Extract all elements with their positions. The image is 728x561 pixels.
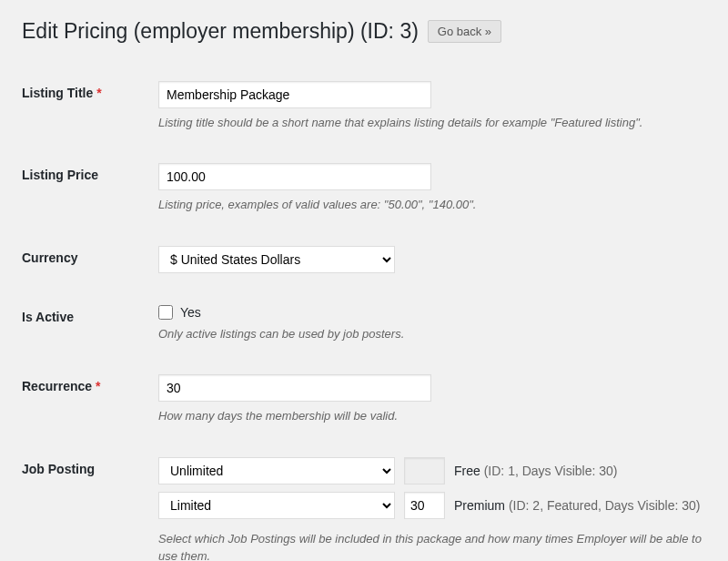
- page-title: Edit Pricing (employer membership) (ID: …: [22, 18, 419, 46]
- job-meta-text: (ID: 2, Featured, Days Visible: 30): [509, 498, 701, 513]
- label-text: Listing Title: [22, 86, 93, 100]
- checkbox-text: Yes: [180, 305, 201, 320]
- job-meta-text: (ID: 1, Days Visible: 30): [484, 464, 618, 478]
- is-active-label: Is Active: [22, 291, 158, 362]
- job-posting-select[interactable]: Limited: [158, 492, 395, 519]
- job-posting-row: Unlimited Free (ID: 1, Days Visible: 30): [158, 457, 706, 484]
- job-posting-name: Premium (ID: 2, Featured, Days Visible: …: [454, 498, 701, 513]
- listing-title-input[interactable]: [158, 81, 431, 108]
- job-posting-select[interactable]: Unlimited: [158, 457, 395, 484]
- listing-title-description: Listing title should be a short name tha…: [158, 114, 706, 132]
- currency-label: Currency: [22, 232, 158, 291]
- required-asterisk: *: [96, 379, 100, 393]
- listing-price-description: Listing price, examples of valid values …: [158, 196, 706, 214]
- is-active-checkbox[interactable]: [158, 305, 173, 320]
- is-active-description: Only active listings can be used by job …: [158, 325, 706, 343]
- job-posting-name: Free (ID: 1, Days Visible: 30): [454, 464, 617, 478]
- job-posting-description: Select which Job Postings will be includ…: [158, 530, 706, 561]
- job-name-text: Free: [454, 464, 480, 478]
- recurrence-input[interactable]: [158, 374, 431, 402]
- job-posting-count-input: [404, 457, 445, 484]
- recurrence-label: Recurrence *: [22, 361, 158, 444]
- recurrence-description: How many days the membership will be val…: [158, 407, 706, 425]
- pricing-form: Listing Title * Listing title should be …: [22, 67, 706, 561]
- label-text: Recurrence: [22, 379, 92, 393]
- listing-title-label: Listing Title *: [22, 67, 158, 150]
- listing-price-input[interactable]: [158, 163, 431, 190]
- page-heading: Edit Pricing (employer membership) (ID: …: [22, 18, 706, 46]
- go-back-button[interactable]: Go back »: [428, 20, 501, 43]
- job-posting-row: Limited Premium (ID: 2, Featured, Days V…: [158, 492, 706, 519]
- currency-select[interactable]: $ United States Dollars: [158, 246, 395, 273]
- job-posting-count-input[interactable]: [404, 492, 445, 519]
- job-name-text: Premium: [454, 498, 505, 513]
- required-asterisk: *: [96, 86, 101, 100]
- listing-price-label: Listing Price: [22, 149, 158, 232]
- job-posting-label: Job Posting: [22, 444, 158, 561]
